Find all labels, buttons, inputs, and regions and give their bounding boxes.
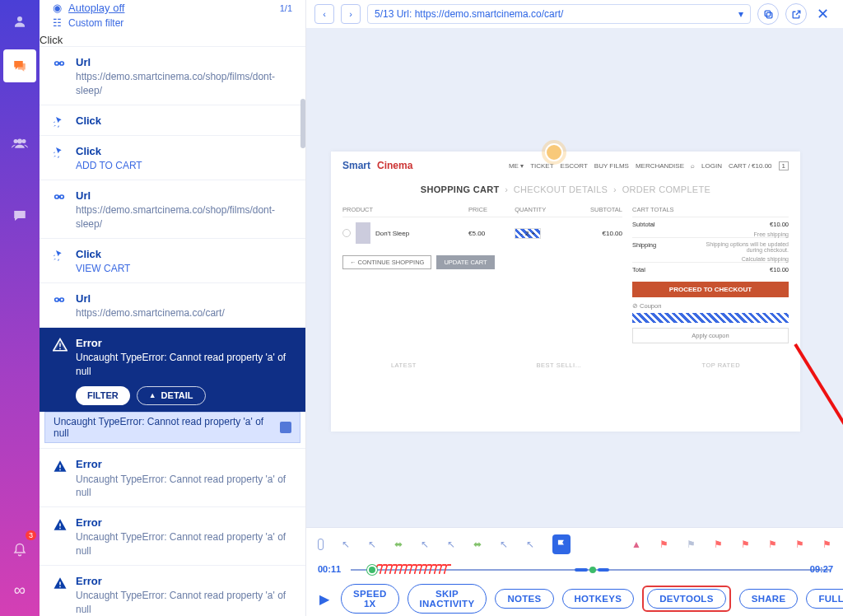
skip-inactivity-button[interactable]: SKIP INACTIVITY [408,584,487,614]
error-filter-button[interactable]: FILTER [76,386,130,405]
event-row[interactable]: Click VIEW CART [40,238,305,282]
rail-team-icon[interactable] [3,127,36,160]
crumb-complete: ORDER COMPLETE [622,184,711,194]
flag-icon-4[interactable]: ⚑ [741,536,750,553]
timeline-seg-2 [598,568,609,572]
recorded-page: Smart Cinema ME ▾ TICKET ESCORT BUY FILM… [331,152,800,432]
cutoff-click-label: Click [40,34,63,46]
event-error-row[interactable]: Error Uncaught TypeError: Cannot read pr… [40,506,305,565]
flag-icon-5[interactable]: ⚑ [768,536,777,553]
nav-me: ME ▾ [509,162,524,170]
nav-next-button[interactable]: › [341,4,361,24]
click-icon-4[interactable]: ↖ [447,536,455,553]
flag-icon-7[interactable]: ⚑ [822,536,831,553]
event-row[interactable]: Url https://demo.smartcinema.co/shop/fil… [40,180,305,238]
page-header: Smart Cinema ME ▾ TICKET ESCORT BUY FILM… [331,152,800,180]
event-error-row[interactable]: Error Uncaught TypeError: Cannot read pr… [40,448,305,506]
update-cart-button: UPDATE CART [436,255,494,269]
timeline-playhead[interactable] [367,565,377,575]
event-error-active[interactable]: Error Uncaught TypeError: Cannot read pr… [40,327,305,413]
event-list: Url https://demo.smartcinema.co/shop/fil… [40,46,305,327]
share-button[interactable]: SHARE [739,589,799,609]
product-subtotal: €10.00 [580,230,622,237]
copy-icon[interactable] [280,422,291,433]
click-icon-1[interactable]: ↖ [342,536,350,553]
stop-icon[interactable] [318,539,324,550]
custom-filter-row[interactable]: ☷ Custom filter [40,17,305,34]
coupon-input [632,313,789,323]
proceed-checkout-button: PROCEED TO CHECKOUT [632,282,789,297]
th-price: PRICE [468,206,511,213]
rail-notifications-icon[interactable]: 3 [3,534,36,567]
event-row[interactable]: Click [40,105,305,135]
flag-icon-3[interactable]: ⚑ [714,536,723,553]
svg-rect-14 [59,348,61,349]
event-type-icons: ↖ ↖ ⬌ ↖ ↖ ⬌ ↖ ↖ ▲ ⚑ ⚑ ⚑ ⚑ ⚑ ⚑ ⚑ [306,528,843,559]
click-icon-3[interactable]: ↖ [421,536,429,553]
flag-icon-2[interactable]: ⚑ [687,536,696,553]
devtools-button[interactable]: DEVTOOLS [647,589,725,609]
click-icon-5[interactable]: ↖ [500,536,508,553]
copy-url-button[interactable] [757,3,779,25]
flag-icon-1[interactable]: ⚑ [659,536,668,553]
error-title: Error [76,574,292,589]
speed-button[interactable]: SPEED 1X [341,584,399,614]
error-title: Error [76,336,292,351]
timeline-error-zone [375,564,474,574]
autoplay-icon[interactable]: ◉ [53,2,62,14]
open-external-button[interactable] [785,3,807,25]
th-subtotal: SUBTOTAL [580,206,622,213]
event-row[interactable]: Click ADD TO CART [40,135,305,180]
foot-best: BEST SELLI… [537,362,582,369]
nav-escort: ESCORT [561,162,588,170]
svg-rect-16 [59,469,61,471]
click-icon-2[interactable]: ↖ [368,536,376,553]
link-icon-1[interactable]: ⬌ [394,536,403,553]
event-error-row[interactable]: Error Uncaught TypeError: Cannot read pr… [40,565,305,616]
fullscreen-button[interactable]: FULLSCREEN [806,589,843,609]
timeline[interactable]: 00:11 09:27 [351,564,830,576]
crumb-checkout: CHECKOUT DETAILS [514,184,608,194]
continue-shopping-button: ← CONTINUE SHOPPING [342,255,431,269]
hotkeys-button[interactable]: HOTKEYS [562,589,635,609]
autoplay-toggle[interactable]: Autoplay off [68,2,124,14]
svg-rect-15 [59,465,61,469]
url-selector[interactable]: 5/13 Url: https://demo.smartcinema.co/ca… [367,4,751,24]
flag-icon-6[interactable]: ⚑ [795,536,804,553]
rail-chat-icon[interactable] [3,199,36,232]
notes-button[interactable]: NOTES [495,589,553,609]
rail-infinity-icon[interactable]: ∞ [3,573,36,606]
th-product: PRODUCT [342,206,465,213]
repeat-error-list: Error Uncaught TypeError: Cannot read pr… [40,448,305,616]
remove-icon [342,229,351,237]
close-button[interactable]: ✕ [817,5,835,23]
error-detail-button[interactable]: ▲DETAIL [137,386,206,405]
nav-ticket: TICKET [530,162,553,170]
foot-top: TOP RATED [701,362,740,369]
nav-prev-button[interactable]: ‹ [314,4,334,24]
product-thumb [356,222,370,244]
nav-search-icon: ⌕ [691,162,695,170]
event-row[interactable]: Url https://demo.smartcinema.co/cart/ [40,282,305,327]
click-icon-6[interactable]: ↖ [526,536,534,553]
cart-count: 1 [779,161,789,170]
rail-user-icon[interactable] [3,5,36,38]
flag-active-icon[interactable] [552,534,571,554]
play-button[interactable]: ▶ [319,591,329,607]
ct-subtotal-value: €10.00 [770,221,789,228]
nav-login: LOGIN [701,162,722,170]
svg-point-0 [17,16,22,21]
rail-sessions-icon[interactable] [3,49,36,82]
warn-icon[interactable]: ▲ [631,536,641,553]
th-qty: QUANTITY [515,206,576,213]
event-sub: https://demo.smartcinema.co/shop/films/d… [76,203,292,231]
scrollbar-thumb[interactable] [300,99,305,148]
ct-ship-note: Shipping options will be updated during … [690,241,789,253]
svg-point-2 [22,139,26,143]
link-icon-2[interactable]: ⬌ [473,536,482,553]
event-row[interactable]: Url https://demo.smartcinema.co/shop/fil… [40,46,305,105]
notification-badge: 3 [26,530,36,540]
click-icon [53,144,76,173]
ct-subtotal-label: Subtotal [632,221,655,228]
error-detail-line[interactable]: Uncaught TypeError: Cannot read property… [44,412,300,443]
